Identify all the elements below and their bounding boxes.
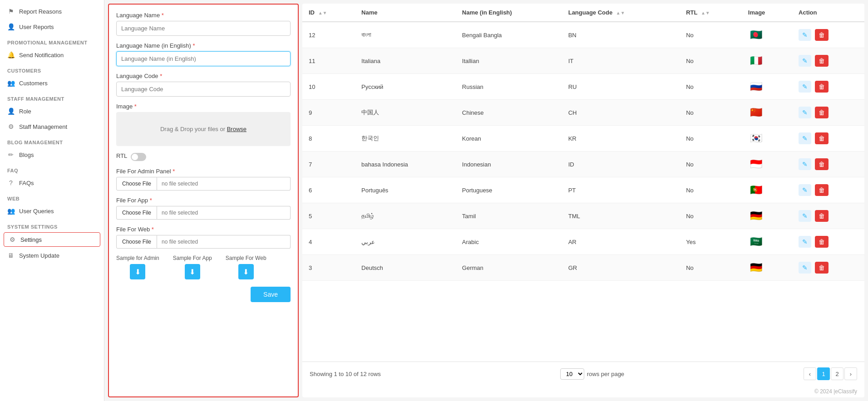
rtl-toggle[interactable] [131, 153, 146, 161]
cell-rtl: No [680, 126, 742, 152]
cell-name-en: Indonesian [456, 152, 562, 177]
cell-rtl: No [680, 177, 742, 203]
pagination-info: Showing 1 to 10 of 12 rows [310, 371, 381, 377]
sidebar-item-faqs[interactable]: ? FAQs [0, 175, 104, 191]
pagination: ‹ 1 2 › [804, 367, 857, 380]
edit-button[interactable]: ✎ [799, 81, 811, 93]
table-row: 7 bahasa Indonesia Indonesian ID No 🇮🇩 ✎… [302, 152, 864, 177]
cell-code: AR [562, 229, 680, 255]
edit-button[interactable]: ✎ [799, 210, 811, 222]
sidebar-item-user-reports[interactable]: 👤 User Reports [0, 19, 104, 34]
delete-button[interactable]: 🗑 [815, 236, 829, 248]
choose-file-web-button[interactable]: Choose File [116, 235, 157, 249]
cell-code: BN [562, 22, 680, 48]
cell-action: ✎ 🗑 [792, 177, 864, 203]
cell-name: বাংলা [355, 22, 456, 48]
sidebar-label-send-notification: Send Notification [19, 52, 64, 59]
edit-button[interactable]: ✎ [799, 107, 811, 118]
delete-button[interactable]: 🗑 [815, 81, 829, 93]
sidebar-item-settings[interactable]: ⚙ Settings [4, 232, 100, 247]
language-name-english-input[interactable] [116, 51, 291, 66]
download-web-button[interactable]: ⬇ [238, 264, 254, 279]
language-name-english-group: Language Name (in English) * [116, 42, 291, 66]
delete-button[interactable]: 🗑 [815, 262, 829, 274]
cell-id: 10 [302, 74, 355, 100]
col-name-en: Name (in English) [456, 4, 562, 22]
delete-button[interactable]: 🗑 [815, 29, 829, 41]
cell-name-en: Arabic [456, 229, 562, 255]
cell-name-en: Chinese [456, 100, 562, 126]
cell-code: TML [562, 203, 680, 229]
sidebar-item-staff-management[interactable]: ⚙ Staff Management [0, 119, 104, 134]
cell-rtl: Yes [680, 229, 742, 255]
cell-rtl: No [680, 22, 742, 48]
sidebar-item-send-notification[interactable]: 🔔 Send Notification [0, 47, 104, 63]
edit-button[interactable]: ✎ [799, 236, 811, 248]
cell-name: Italiana [355, 48, 456, 74]
cell-image: 🇩🇪 [742, 203, 792, 229]
cell-action: ✎ 🗑 [792, 48, 864, 74]
table-row: 5 தமிழ் Tamil TML No 🇩🇪 ✎ 🗑 [302, 203, 864, 229]
delete-button[interactable]: 🗑 [815, 55, 829, 67]
cell-name-en: Tamil [456, 203, 562, 229]
cell-id: 9 [302, 100, 355, 126]
pencil-icon: ✏ [7, 151, 15, 158]
edit-button[interactable]: ✎ [799, 158, 811, 170]
cell-name-en: Itallian [456, 48, 562, 74]
cell-name-en: German [456, 255, 562, 281]
cell-code: CH [562, 100, 680, 126]
sidebar-item-user-queries[interactable]: 👥 User Queries [0, 203, 104, 219]
choose-file-app-button[interactable]: Choose File [116, 206, 157, 220]
save-button[interactable]: Save [251, 287, 291, 302]
file-web-row: Choose File no file selected [116, 235, 291, 249]
language-code-input[interactable] [116, 82, 291, 97]
sidebar-label-report-reasons: Report Reasons [19, 8, 62, 15]
delete-button[interactable]: 🗑 [815, 158, 829, 170]
cell-action: ✎ 🗑 [792, 203, 864, 229]
edit-button[interactable]: ✎ [799, 29, 811, 41]
staff-icon: ⚙ [7, 123, 15, 130]
sidebar-item-system-update[interactable]: 🖥 System Update [0, 248, 104, 263]
people-icon: 👥 [7, 79, 15, 87]
choose-file-admin-button[interactable]: Choose File [116, 177, 157, 191]
drag-drop-area[interactable]: Drag & Drop your files or Browse [116, 112, 291, 146]
cell-name: Deutsch [355, 255, 456, 281]
edit-button[interactable]: ✎ [799, 55, 811, 67]
rows-per-page-select[interactable]: 10 25 50 [560, 368, 584, 380]
cell-code: GR [562, 255, 680, 281]
edit-button[interactable]: ✎ [799, 262, 811, 274]
language-form: Language Name * Language Name (in Englis… [108, 4, 299, 397]
page-prev-button[interactable]: ‹ [804, 367, 816, 380]
sidebar-item-report-reasons[interactable]: ⚑ Report Reasons [0, 4, 104, 19]
cell-id: 3 [302, 255, 355, 281]
file-admin-name: no file selected [157, 177, 291, 191]
sidebar-label-system-update: System Update [19, 252, 59, 259]
cell-name-en: Korean [456, 126, 562, 152]
delete-button[interactable]: 🗑 [815, 107, 829, 118]
browse-link[interactable]: Browse [227, 126, 247, 132]
sidebar-item-blogs[interactable]: ✏ Blogs [0, 147, 104, 162]
edit-button[interactable]: ✎ [799, 132, 811, 144]
monitor-icon: 🖥 [7, 252, 15, 259]
download-app-button[interactable]: ⬇ [185, 264, 200, 279]
flag-circle: 🇩🇪 [748, 208, 764, 224]
delete-button[interactable]: 🗑 [815, 184, 829, 196]
page-1-button[interactable]: 1 [817, 367, 830, 380]
language-name-input[interactable] [116, 21, 291, 36]
cell-action: ✎ 🗑 [792, 22, 864, 48]
page-2-button[interactable]: 2 [831, 367, 843, 380]
sidebar-item-role[interactable]: 👤 Role [0, 103, 104, 119]
cell-id: 4 [302, 229, 355, 255]
delete-button[interactable]: 🗑 [815, 132, 829, 144]
page-next-button[interactable]: › [844, 367, 857, 380]
cell-rtl: No [680, 48, 742, 74]
delete-button[interactable]: 🗑 [815, 210, 829, 222]
cell-name: عربي [355, 229, 456, 255]
cell-code: RU [562, 74, 680, 100]
sidebar-item-customers[interactable]: 👥 Customers [0, 75, 104, 91]
bell-icon: 🔔 [7, 51, 15, 59]
edit-button[interactable]: ✎ [799, 184, 811, 196]
language-table: ID ▲▼ Name Name (in English) Language Co… [302, 4, 864, 281]
download-admin-button[interactable]: ⬇ [130, 264, 145, 279]
flag-circle: 🇮🇩 [748, 156, 764, 172]
